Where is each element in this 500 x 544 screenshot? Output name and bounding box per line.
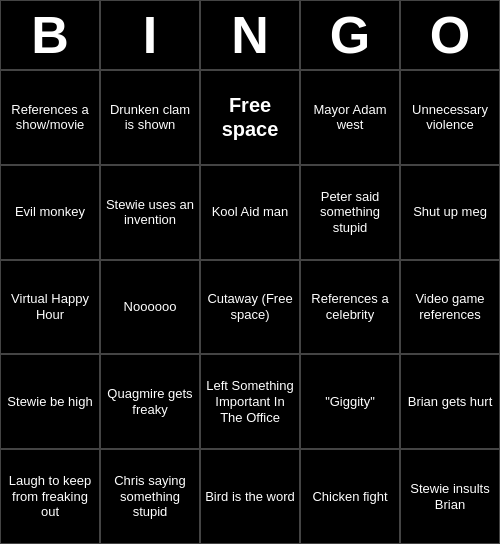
bingo-card: BINGO References a show/movieDrunken cla… — [0, 0, 500, 544]
bingo-cell-3[interactable]: Mayor Adam west — [300, 70, 400, 165]
bingo-cell-0[interactable]: References a show/movie — [0, 70, 100, 165]
header-letter-g: G — [300, 0, 400, 70]
cell-text-15: Stewie be high — [7, 394, 92, 410]
bingo-cell-17[interactable]: Left Something Important In The Office — [200, 354, 300, 449]
bingo-cell-12[interactable]: Cutaway (Free space) — [200, 260, 300, 355]
cell-text-8: Peter said something stupid — [305, 189, 395, 236]
cell-text-21: Chris saying something stupid — [105, 473, 195, 520]
bingo-cell-22[interactable]: Bird is the word — [200, 449, 300, 544]
cell-text-5: Evil monkey — [15, 204, 85, 220]
bingo-cell-21[interactable]: Chris saying something stupid — [100, 449, 200, 544]
bingo-cell-16[interactable]: Quagmire gets freaky — [100, 354, 200, 449]
bingo-cell-1[interactable]: Drunken clam is shown — [100, 70, 200, 165]
cell-text-17: Left Something Important In The Office — [205, 378, 295, 425]
bingo-grid: References a show/movieDrunken clam is s… — [0, 70, 500, 544]
cell-text-4: Unnecessary violence — [405, 102, 495, 133]
cell-text-7: Kool Aid man — [212, 204, 289, 220]
cell-text-3: Mayor Adam west — [305, 102, 395, 133]
bingo-cell-11[interactable]: Noooooo — [100, 260, 200, 355]
cell-text-13: References a celebrity — [305, 291, 395, 322]
cell-text-14: Video game references — [405, 291, 495, 322]
bingo-cell-18[interactable]: "Giggity" — [300, 354, 400, 449]
header-letter-b: B — [0, 0, 100, 70]
bingo-cell-2[interactable]: Free space — [200, 70, 300, 165]
cell-text-0: References a show/movie — [5, 102, 95, 133]
cell-text-24: Stewie insults Brian — [405, 481, 495, 512]
cell-text-19: Brian gets hurt — [408, 394, 493, 410]
cell-text-22: Bird is the word — [205, 489, 295, 505]
cell-text-6: Stewie uses an invention — [105, 197, 195, 228]
bingo-cell-10[interactable]: Virtual Happy Hour — [0, 260, 100, 355]
bingo-cell-20[interactable]: Laugh to keep from freaking out — [0, 449, 100, 544]
cell-text-23: Chicken fight — [312, 489, 387, 505]
bingo-cell-15[interactable]: Stewie be high — [0, 354, 100, 449]
cell-text-16: Quagmire gets freaky — [105, 386, 195, 417]
bingo-cell-23[interactable]: Chicken fight — [300, 449, 400, 544]
bingo-cell-7[interactable]: Kool Aid man — [200, 165, 300, 260]
cell-text-11: Noooooo — [124, 299, 177, 315]
bingo-cell-4[interactable]: Unnecessary violence — [400, 70, 500, 165]
header-letter-i: I — [100, 0, 200, 70]
bingo-cell-24[interactable]: Stewie insults Brian — [400, 449, 500, 544]
header-row: BINGO — [0, 0, 500, 70]
bingo-cell-5[interactable]: Evil monkey — [0, 165, 100, 260]
bingo-cell-19[interactable]: Brian gets hurt — [400, 354, 500, 449]
bingo-cell-9[interactable]: Shut up meg — [400, 165, 500, 260]
bingo-cell-13[interactable]: References a celebrity — [300, 260, 400, 355]
cell-text-10: Virtual Happy Hour — [5, 291, 95, 322]
bingo-cell-8[interactable]: Peter said something stupid — [300, 165, 400, 260]
cell-text-9: Shut up meg — [413, 204, 487, 220]
header-letter-n: N — [200, 0, 300, 70]
header-letter-o: O — [400, 0, 500, 70]
cell-text-2: Free space — [205, 93, 295, 141]
bingo-cell-14[interactable]: Video game references — [400, 260, 500, 355]
cell-text-12: Cutaway (Free space) — [205, 291, 295, 322]
cell-text-1: Drunken clam is shown — [105, 102, 195, 133]
bingo-cell-6[interactable]: Stewie uses an invention — [100, 165, 200, 260]
cell-text-20: Laugh to keep from freaking out — [5, 473, 95, 520]
cell-text-18: "Giggity" — [325, 394, 375, 410]
